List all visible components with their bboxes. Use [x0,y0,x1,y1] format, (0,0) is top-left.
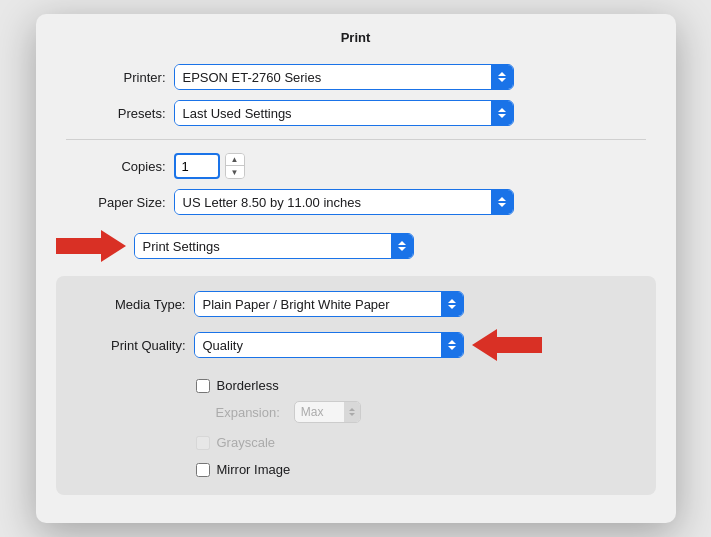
mediatype-stepper[interactable] [441,292,463,316]
printer-select-container[interactable]: EPSON ET-2760 Series [174,64,514,90]
print-settings-up-arrow [398,241,406,245]
svg-marker-1 [472,329,542,361]
copies-up-button[interactable]: ▲ [226,154,244,166]
print-settings-row: Print Settings [36,220,676,272]
mediatype-row: Media Type: Plain Paper / Bright White P… [56,286,656,322]
expansion-up-arrow [349,408,355,411]
papersize-down-arrow [498,203,506,207]
expansion-row: Expansion: Max [56,397,656,427]
copies-down-button[interactable]: ▼ [226,166,244,178]
mediatype-select-container[interactable]: Plain Paper / Bright White Paper [194,291,464,317]
printquality-select-container[interactable]: Quality [194,332,464,358]
printer-stepper[interactable] [491,65,513,89]
presets-select-container[interactable]: Last Used Settings [174,100,514,126]
print-settings-section: Media Type: Plain Paper / Bright White P… [56,276,656,495]
print-settings-down-arrow [398,247,406,251]
copies-label: Copies: [66,159,166,174]
presets-label: Presets: [66,106,166,121]
papersize-select[interactable]: US Letter 8.50 by 11.00 inches [175,190,491,214]
printquality-stepper[interactable] [441,333,463,357]
printer-up-arrow [498,72,506,76]
copies-stepper[interactable]: ▲ ▼ [225,153,245,179]
printer-select[interactable]: EPSON ET-2760 Series [175,65,491,89]
expansion-label: Expansion: [216,405,280,420]
print-dialog: Print Printer: EPSON ET-2760 Series Pres… [36,14,676,523]
papersize-label: Paper Size: [66,195,166,210]
presets-row: Presets: Last Used Settings [36,95,676,131]
presets-down-arrow [498,114,506,118]
papersize-select-container[interactable]: US Letter 8.50 by 11.00 inches [174,189,514,215]
mirrorimage-row: Mirror Image [56,458,656,481]
papersize-up-arrow [498,197,506,201]
print-settings-select-container[interactable]: Print Settings [134,233,414,259]
borderless-checkbox[interactable] [196,379,210,393]
print-settings-stepper[interactable] [391,234,413,258]
printer-row: Printer: EPSON ET-2760 Series [36,59,676,95]
grayscale-row: Grayscale [56,431,656,454]
print-settings-select[interactable]: Print Settings [135,234,391,258]
copies-input[interactable]: 1 [174,153,220,179]
papersize-row: Paper Size: US Letter 8.50 by 11.00 inch… [36,184,676,220]
presets-stepper[interactable] [491,101,513,125]
borderless-row: Borderless [56,374,656,397]
mirrorimage-label: Mirror Image [217,462,291,477]
mediatype-down-arrow [448,305,456,309]
svg-marker-0 [56,230,126,262]
borderless-label: Borderless [217,378,279,393]
grayscale-checkbox[interactable] [196,436,210,450]
mediatype-up-arrow [448,299,456,303]
grayscale-label: Grayscale [217,435,276,450]
presets-up-arrow [498,108,506,112]
expansion-stepper[interactable] [344,402,360,422]
printquality-label: Print Quality: [76,338,186,353]
printquality-row: Print Quality: Quality [56,322,656,368]
red-arrow-right [472,327,542,363]
presets-select[interactable]: Last Used Settings [175,101,491,125]
copies-row: Copies: 1 ▲ ▼ [36,148,676,184]
expansion-select[interactable]: Max [295,402,344,422]
dialog-title: Print [36,30,676,45]
copies-input-wrapper: 1 ▲ ▼ [174,153,245,179]
printquality-down-arrow [448,346,456,350]
divider-1 [66,139,646,140]
red-arrow-left [56,228,126,264]
mirrorimage-checkbox[interactable] [196,463,210,477]
printer-label: Printer: [66,70,166,85]
mediatype-select[interactable]: Plain Paper / Bright White Paper [195,292,441,316]
printquality-up-arrow [448,340,456,344]
expansion-down-arrow [349,413,355,416]
printquality-select[interactable]: Quality [195,333,441,357]
expansion-select-container[interactable]: Max [294,401,361,423]
papersize-stepper[interactable] [491,190,513,214]
printer-down-arrow [498,78,506,82]
mediatype-label: Media Type: [76,297,186,312]
